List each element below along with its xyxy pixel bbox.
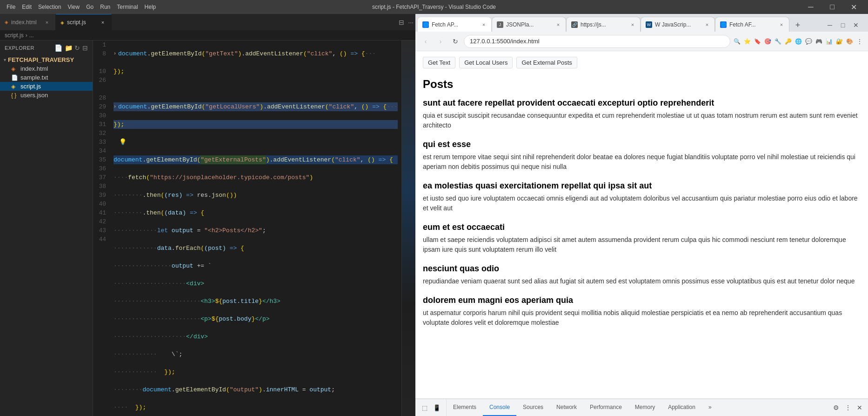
tab-index-html[interactable]: ◈ index.html × [0,14,56,30]
tab-fetch-api-close[interactable]: × [480,21,487,28]
action-buttons: Get Text Get Local Users Get External Po… [423,57,861,68]
tab-index-html-close[interactable]: × [43,19,51,26]
ext-icon-10[interactable]: 📊 [824,37,834,46]
posts-heading: Posts [423,78,861,91]
menu-file[interactable]: File [4,3,18,11]
tab-w-close[interactable]: × [703,21,711,28]
editor-tabs: ◈ index.html × ◈ script.js × ⊟ ··· [0,14,415,30]
post-title-2: ea molestias quasi exercitationem repell… [423,181,861,191]
browser-tab-fetch-api[interactable]: 🌐 Fetch AP... × [417,17,492,32]
line-numbers: 1 8 10 26 28 29 30 31 32 33 34 35 [93,40,110,416]
ext-icon-2[interactable]: ⭐ [742,37,752,46]
post-title-1: qui est esse [423,140,861,149]
html-file-icon: ◈ [5,20,8,25]
devtools-tab-console[interactable]: Console [483,399,516,416]
post-item-4: nesciunt quas odio repudiandae veniam qu… [423,264,861,286]
code-editor[interactable]: 1 8 10 26 28 29 30 31 32 33 34 35 [93,40,415,416]
js-icon: ◈ [11,83,19,90]
tab-https-close[interactable]: × [629,21,636,28]
forward-button[interactable]: › [434,35,447,48]
maximize-button[interactable]: □ [821,0,843,14]
devtools-inspect-button[interactable]: ⬚ [419,402,430,413]
title-bar-left: File Edit Selection View Go Run Terminal… [4,3,159,11]
menu-view[interactable]: View [65,3,82,11]
ext-icon-7[interactable]: 🌐 [794,37,803,46]
ext-icon-6[interactable]: 🔑 [783,37,793,46]
devtools-tab-application[interactable]: Application [661,399,702,416]
ext-icon-1[interactable]: 🔍 [732,37,741,46]
tab-https-label: https://js... [581,21,626,28]
breadcrumb-sep: › [26,32,27,39]
get-external-posts-button[interactable]: Get External Posts [516,57,577,68]
tab-fetchaf-label: Fetch AF... [729,21,775,28]
browser-close[interactable]: ✕ [849,19,862,32]
split-editor-icon[interactable]: ⊟ [397,19,406,26]
code-line-34: ················output += ` [114,262,398,270]
refresh-icon[interactable]: ↻ [74,44,80,52]
browser-minimize[interactable]: ─ [823,19,836,32]
post-body-4: repudiandae veniam quaerat sunt sed alia… [423,276,861,286]
tab-script-js[interactable]: ◈ script.js × [56,14,112,30]
browser-tab-fetchaf[interactable]: 🌐 Fetch AF... × [715,17,789,32]
devtools-right-controls: ⚙ ⋮ ✕ [828,399,868,416]
tab-json-close[interactable]: × [554,21,562,28]
devtools-tab-performance-label: Performance [590,404,622,410]
new-folder-icon[interactable]: 📁 [65,44,73,52]
devtools-device-button[interactable]: 📱 [431,402,442,413]
menu-run[interactable]: Run [97,3,113,11]
tab-actions: ⊟ ··· [397,14,415,30]
menu-edit[interactable]: Edit [19,3,34,11]
devtools-tab-performance[interactable]: Performance [583,399,628,416]
code-line-37: ························<p>${post.body}<… [114,315,398,323]
back-button[interactable]: ‹ [419,35,432,48]
devtools-tab-more[interactable]: » [702,399,718,416]
explorer-item-sample-txt[interactable]: 📄 sample.txt [0,73,93,82]
html-icon: ◈ [11,66,19,72]
browser-tab-w[interactable]: W W JavaScrip... × [641,17,715,32]
ext-icon-11[interactable]: 🔐 [835,37,844,46]
minimize-button[interactable]: ─ [800,0,821,14]
ext-icon-9[interactable]: 🎮 [814,37,823,46]
devtools-settings-icon[interactable]: ⚙ [831,403,841,412]
new-tab-button[interactable]: + [791,19,804,32]
ext-more-icon[interactable]: ⋮ [855,37,864,46]
post-title-3: eum et est occaecati [423,222,861,232]
menu-terminal[interactable]: Terminal [114,3,140,11]
devtools-toolbar: ⬚ 📱 [415,399,446,416]
devtools-tab-elements[interactable]: Elements [447,399,483,416]
get-text-button[interactable]: Get Text [423,57,455,68]
browser-extensions: 🔍 ⭐ 🔖 🎯 🔧 🔑 🌐 💬 🎮 📊 🔐 🎨 ⋮ [732,37,864,46]
devtools-tab-network[interactable]: Network [550,399,583,416]
devtools-more-icon[interactable]: ⋮ [843,403,853,412]
txt-icon: 📄 [11,74,19,81]
post-item-5: dolorem eum magni eos aperiam quia ut as… [423,295,861,328]
close-button[interactable]: ✕ [843,0,864,14]
url-bar[interactable] [464,35,730,48]
menu-selection[interactable]: Selection [35,3,64,11]
tab-fetchaf-close[interactable]: × [778,21,785,28]
menu-help[interactable]: Help [142,3,159,11]
tab-w-label: W JavaScrip... [655,21,701,28]
browser-tab-https[interactable]: 🔗 https://js... × [566,17,641,32]
ext-icon-8[interactable]: 💬 [804,37,813,46]
devtools-tab-memory[interactable]: Memory [628,399,661,416]
more-actions-icon[interactable]: ··· [406,19,415,26]
devtools-close-icon[interactable]: ✕ [855,403,864,412]
explorer-item-users-json[interactable]: { } users.json [0,91,93,100]
devtools-tab-sources[interactable]: Sources [516,399,550,416]
explorer-item-index-html[interactable]: ◈ index.html [0,64,93,73]
get-local-users-button[interactable]: Get Local Users [459,57,513,68]
ext-icon-5[interactable]: 🔧 [773,37,782,46]
tab-script-js-close[interactable]: × [99,19,107,26]
ext-icon-12[interactable]: 🎨 [845,37,854,46]
new-file-icon[interactable]: 📄 [54,44,63,52]
reload-button[interactable]: ↻ [449,35,462,48]
ext-icon-3[interactable]: 🔖 [753,37,762,46]
browser-maximize[interactable]: □ [836,19,849,32]
browser-tab-json[interactable]: J JSONPla... × [492,17,566,32]
collapse-icon[interactable]: ⊟ [82,44,88,52]
menu-go[interactable]: Go [83,3,96,11]
ext-icon-4[interactable]: 🎯 [763,37,772,46]
explorer-item-script-js[interactable]: ◈ script.js [0,82,93,91]
explorer-root-folder[interactable]: ▾ FETCHAPI_TRAVERSY [0,55,93,64]
